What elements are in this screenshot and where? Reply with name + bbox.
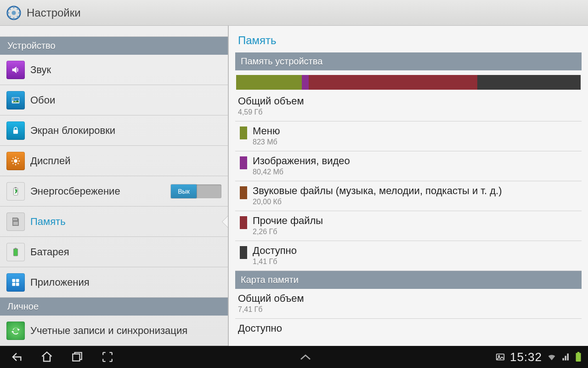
- sidebar-item-label: Учетные записи и синхронизация: [30, 325, 187, 337]
- display-icon: [6, 152, 25, 170]
- row-label: Изображения, видео: [253, 155, 350, 167]
- main-panel: Память Память устройства Общий объем 4,5…: [229, 26, 588, 346]
- svg-line-21: [13, 163, 14, 164]
- wifi-icon: [547, 352, 557, 362]
- sidebar-item-sound[interactable]: Звук: [0, 55, 228, 85]
- svg-rect-25: [13, 218, 14, 220]
- toggle-knob: Вык: [171, 184, 197, 198]
- section-personal: Личное: [0, 298, 228, 316]
- sidebar-prev-item-sliver[interactable]: [0, 26, 228, 37]
- status-clock: 15:32: [510, 350, 542, 364]
- svg-line-6: [9, 8, 11, 10]
- svg-line-9: [17, 8, 18, 10]
- sidebar-item-label: Обои: [30, 94, 55, 106]
- sidebar-item-label: Экран блокировки: [30, 125, 115, 137]
- row-label: Меню: [253, 125, 280, 137]
- svg-rect-24: [15, 187, 17, 188]
- row-audio[interactable]: Звуковые файлы (музыка, мелодии, подкаст…: [235, 181, 582, 211]
- svg-point-12: [13, 98, 14, 99]
- sidebar-item-label: Звук: [30, 64, 51, 76]
- row-label: Доступно: [253, 245, 297, 257]
- color-swatch: [240, 246, 247, 259]
- row-label: Прочие файлы: [253, 215, 323, 227]
- sidebar-item-wallpaper[interactable]: Обои: [0, 85, 228, 115]
- svg-line-19: [13, 158, 14, 159]
- sound-icon: [6, 61, 25, 79]
- sidebar-item-powersave[interactable]: Энергосбережение Вык: [0, 176, 228, 207]
- expand-panel-button[interactable]: [297, 349, 314, 365]
- navigation-bar: 15:32: [0, 346, 588, 368]
- settings-sidebar: Устройство Звук Обои Экран блокировки: [0, 26, 229, 346]
- row-value: 1,41 Гб: [253, 258, 297, 266]
- recent-apps-button[interactable]: [69, 349, 85, 365]
- bar-segment-free: [477, 75, 581, 90]
- svg-rect-27: [16, 218, 17, 220]
- svg-rect-33: [12, 282, 16, 286]
- battery-icon: [6, 243, 25, 261]
- svg-rect-28: [13, 222, 18, 225]
- row-label: Доступно: [238, 322, 579, 334]
- row-value: 2,26 Гб: [253, 228, 323, 236]
- bar-segment-images: [302, 75, 309, 90]
- row-sd-total[interactable]: Общий объем 7,41 Гб: [235, 289, 582, 319]
- section-device: Устройство: [0, 37, 228, 55]
- lock-icon: [6, 121, 25, 140]
- row-images[interactable]: Изображения, видео 80,42 Мб: [235, 151, 582, 181]
- storage-usage-bar[interactable]: [236, 75, 581, 90]
- sidebar-item-lockscreen[interactable]: Экран блокировки: [0, 115, 228, 146]
- sidebar-item-battery[interactable]: Батарея: [0, 237, 228, 267]
- sidebar-item-display[interactable]: Дисплей: [0, 146, 228, 176]
- powersave-toggle[interactable]: Вык: [171, 184, 221, 198]
- sync-icon: [6, 322, 25, 340]
- row-value: 7,41 Гб: [238, 305, 579, 314]
- row-value: 823 Мб: [253, 138, 280, 146]
- row-other[interactable]: Прочие файлы 2,26 Гб: [235, 211, 582, 241]
- svg-point-14: [14, 159, 17, 162]
- sidebar-item-apps[interactable]: Приложения: [0, 267, 228, 298]
- main-title: Память: [235, 29, 582, 52]
- color-swatch: [240, 126, 247, 139]
- svg-rect-34: [16, 282, 19, 286]
- svg-line-20: [18, 163, 19, 164]
- svg-rect-30: [15, 247, 17, 249]
- bar-segment-other: [309, 75, 478, 90]
- svg-rect-26: [15, 218, 16, 220]
- sidebar-item-label: Батарея: [30, 246, 69, 258]
- svg-line-7: [17, 16, 18, 17]
- bar-segment-menu: [236, 75, 302, 90]
- row-sd-free[interactable]: Доступно: [235, 319, 582, 339]
- signal-icon: [561, 352, 571, 362]
- home-button[interactable]: [39, 349, 55, 365]
- sidebar-item-label: Приложения: [30, 276, 90, 288]
- apps-icon: [6, 273, 25, 292]
- svg-rect-38: [576, 353, 581, 362]
- screenshot-button[interactable]: [99, 349, 116, 365]
- sidebar-item-storage[interactable]: Память: [0, 207, 228, 237]
- sidebar-item-label: Энергосбережение: [30, 185, 120, 197]
- svg-line-22: [18, 158, 19, 159]
- row-label: Звуковые файлы (музыка, мелодии, подкаст…: [253, 185, 502, 197]
- back-button[interactable]: [8, 349, 25, 365]
- page-title: Настройки: [27, 6, 81, 19]
- storage-icon: [6, 213, 25, 231]
- row-total[interactable]: Общий объем 4,59 Гб: [235, 92, 582, 121]
- device-storage-header: Память устройства: [235, 52, 582, 70]
- row-value: 20,00 Кб: [253, 198, 502, 206]
- powersave-icon: [6, 182, 25, 201]
- svg-rect-32: [16, 279, 19, 282]
- battery-status-icon: [575, 352, 582, 362]
- color-swatch: [240, 186, 247, 199]
- sidebar-item-accounts[interactable]: Учетные записи и синхронизация: [0, 316, 228, 346]
- sd-card-header: Карта памяти: [235, 271, 582, 289]
- color-swatch: [240, 156, 247, 169]
- row-free[interactable]: Доступно 1,41 Гб: [235, 241, 582, 271]
- svg-point-1: [11, 11, 16, 15]
- row-value: 4,59 Гб: [238, 108, 579, 116]
- sidebar-item-label: Дисплей: [30, 155, 70, 167]
- svg-line-8: [9, 16, 11, 17]
- picture-status-icon: [495, 352, 505, 362]
- svg-rect-13: [13, 130, 18, 133]
- color-swatch: [240, 216, 247, 229]
- row-menu[interactable]: Меню 823 Мб: [235, 121, 582, 151]
- svg-rect-29: [13, 248, 17, 256]
